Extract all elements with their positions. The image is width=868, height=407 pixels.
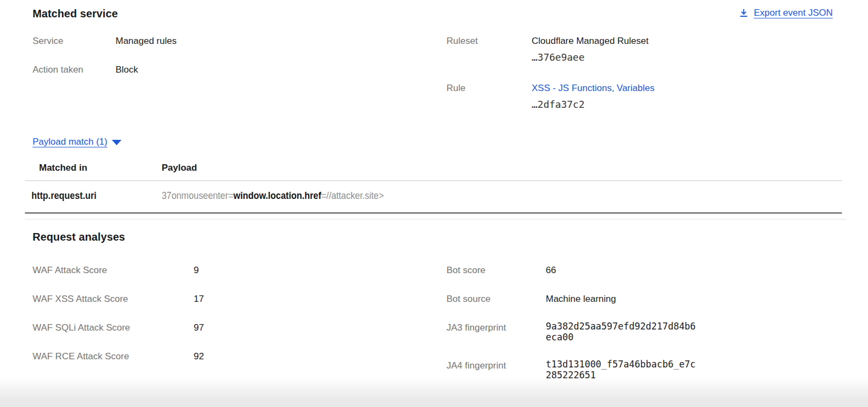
ja3-fingerprint-value: 9a382d25aa597efd92d217d84b6eca00 bbox=[546, 321, 698, 343]
bot-score-value: 66 bbox=[546, 265, 556, 276]
payload-prefix: 37onmouseenter= bbox=[162, 190, 233, 201]
matched-service-right-column: Ruleset Cloudflare Managed Ruleset …376e… bbox=[446, 36, 833, 128]
download-icon bbox=[739, 8, 749, 18]
rule-field: Rule XSS - JS Functions, Variables …2dfa… bbox=[446, 83, 833, 110]
waf-rce-attack-score-field: WAF RCE Attack Score 92 bbox=[33, 351, 446, 362]
rule-label: Rule bbox=[446, 83, 532, 110]
waf-sqli-attack-score-value: 97 bbox=[194, 322, 204, 333]
waf-attack-score-field: WAF Attack Score 9 bbox=[33, 265, 446, 276]
payload-match-toggle[interactable]: Payload match (1) bbox=[33, 137, 122, 147]
payload-cell: 37onmouseenter=window.location.href=//at… bbox=[162, 181, 842, 214]
waf-xss-attack-score-value: 17 bbox=[194, 294, 204, 305]
waf-sqli-attack-score-label: WAF SQLi Attack Score bbox=[33, 322, 194, 333]
matched-service-left-column: Service Managed rules Action taken Block bbox=[33, 36, 446, 128]
payload-table-row: http.request.uri 37onmouseenter=window.l… bbox=[25, 181, 842, 214]
matched-in-column-header: Matched in bbox=[25, 163, 162, 181]
bot-source-field: Bot source Machine learning bbox=[446, 294, 833, 305]
payload-suffix: =//attacker.site> bbox=[321, 190, 384, 201]
event-detail-panel: Matched service Export event JSON Servic… bbox=[0, 0, 868, 407]
ruleset-value: Cloudflare Managed Ruleset …376e9aee bbox=[532, 36, 648, 63]
matched-in-cell: http.request.uri bbox=[25, 181, 162, 214]
ruleset-label: Ruleset bbox=[446, 36, 532, 63]
matched-service-fields: Service Managed rules Action taken Block… bbox=[33, 36, 833, 128]
bot-score-field: Bot score 66 bbox=[446, 265, 833, 276]
export-event-json-label: Export event JSON bbox=[754, 7, 833, 19]
payload-match-toggle-label: Payload match (1) bbox=[33, 137, 107, 147]
section-divider bbox=[25, 219, 846, 219]
payload-highlight: window.location.href bbox=[233, 190, 321, 201]
request-analyses-left-column: WAF Attack Score 9 WAF XSS Attack Score … bbox=[33, 265, 446, 398]
bot-source-label: Bot source bbox=[446, 294, 546, 305]
bot-score-label: Bot score bbox=[446, 265, 546, 276]
ja3-fingerprint-field: JA3 fingerprint 9a382d25aa597efd92d217d8… bbox=[446, 322, 833, 343]
waf-xss-attack-score-label: WAF XSS Attack Score bbox=[33, 294, 194, 305]
ruleset-field: Ruleset Cloudflare Managed Ruleset …376e… bbox=[446, 36, 833, 63]
waf-xss-attack-score-field: WAF XSS Attack Score 17 bbox=[33, 294, 446, 305]
action-taken-field: Action taken Block bbox=[33, 64, 446, 75]
service-field: Service Managed rules bbox=[33, 36, 446, 47]
bot-source-value: Machine learning bbox=[546, 294, 616, 305]
waf-rce-attack-score-value: 92 bbox=[194, 351, 204, 362]
chevron-down-icon bbox=[112, 140, 122, 145]
rule-id: …2dfa37c2 bbox=[532, 99, 654, 110]
waf-rce-attack-score-label: WAF RCE Attack Score bbox=[33, 351, 194, 362]
request-analyses-title: Request analyses bbox=[33, 230, 833, 243]
action-taken-value: Block bbox=[116, 64, 138, 75]
payload-table-header-row: Matched in Payload bbox=[25, 163, 842, 181]
payload-match-table: Matched in Payload http.request.uri 37on… bbox=[25, 163, 842, 214]
service-value: Managed rules bbox=[116, 36, 176, 47]
rule-value: XSS - JS Functions, Variables …2dfa37c2 bbox=[532, 83, 654, 110]
request-analyses-right-column: Bot score 66 Bot source Machine learning… bbox=[446, 265, 833, 398]
waf-attack-score-value: 9 bbox=[194, 265, 199, 276]
payload-column-header: Payload bbox=[162, 163, 842, 181]
service-label: Service bbox=[33, 36, 116, 47]
action-taken-label: Action taken bbox=[33, 64, 116, 75]
matched-service-header: Matched service Export event JSON bbox=[33, 7, 833, 20]
export-event-json-link[interactable]: Export event JSON bbox=[739, 7, 833, 19]
waf-attack-score-label: WAF Attack Score bbox=[33, 265, 194, 276]
ja4-fingerprint-value: t13d131000_f57a46bbacb6_e7c285222651 bbox=[546, 359, 698, 380]
ja4-fingerprint-label: JA4 fingerprint bbox=[446, 360, 546, 380]
rule-name-link[interactable]: XSS - JS Functions, Variables bbox=[532, 83, 654, 93]
ruleset-id: …376e9aee bbox=[532, 52, 648, 63]
matched-service-title: Matched service bbox=[33, 7, 118, 20]
waf-sqli-attack-score-field: WAF SQLi Attack Score 97 bbox=[33, 322, 446, 333]
request-analyses-fields: WAF Attack Score 9 WAF XSS Attack Score … bbox=[33, 265, 833, 398]
ja4-fingerprint-field: JA4 fingerprint t13d131000_f57a46bbacb6_… bbox=[446, 360, 833, 380]
ja3-fingerprint-label: JA3 fingerprint bbox=[446, 322, 546, 343]
ruleset-name: Cloudflare Managed Ruleset bbox=[532, 36, 648, 47]
